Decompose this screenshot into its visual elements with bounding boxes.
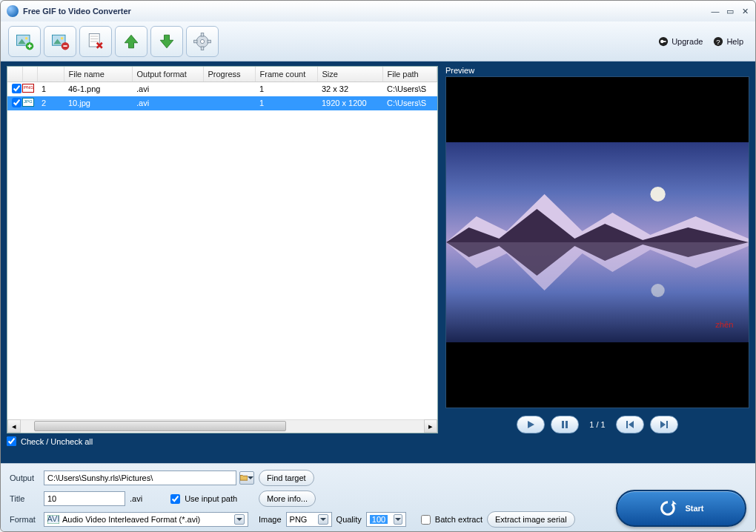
format-label: Format (10, 515, 44, 524)
row-progress (203, 82, 255, 96)
format-dropdown[interactable]: AVI Audio Video Interleaved Format (*.av… (44, 512, 248, 527)
use-input-path-checkbox[interactable] (170, 494, 180, 504)
table-row[interactable]: 2 10.jpg .avi 1 1920 x 1200 C:\Users\S (7, 96, 437, 110)
file-list-panel: File name Output format Progress Frame c… (7, 66, 438, 433)
batch-extract-checkbox[interactable] (421, 515, 431, 525)
clear-list-button[interactable] (79, 26, 112, 57)
output-label: Output (10, 473, 44, 482)
col-progress[interactable]: Progress (203, 67, 255, 82)
help-link[interactable]: ? Help (713, 36, 743, 47)
row-frames: 1 (255, 82, 317, 96)
col-filename[interactable]: File name (64, 67, 132, 82)
scrollbar-thumb[interactable] (34, 421, 286, 431)
title-label: Title (10, 494, 44, 503)
svg-rect-14 (201, 47, 204, 50)
row-frames: 1 (255, 96, 317, 110)
start-button[interactable]: Start (616, 490, 746, 527)
col-output-format[interactable]: Output format (132, 67, 203, 82)
minimize-button[interactable]: — (711, 7, 720, 16)
row-format: .avi (132, 96, 203, 110)
svg-rect-34 (626, 421, 628, 428)
svg-text:AVI: AVI (47, 515, 59, 523)
play-button[interactable] (517, 416, 545, 433)
title-input[interactable] (44, 491, 125, 506)
close-button[interactable]: ✕ (740, 7, 749, 16)
upgrade-label: Upgrade (672, 37, 703, 46)
col-frame-count[interactable]: Frame count (255, 67, 317, 82)
check-all-checkbox[interactable] (7, 436, 16, 446)
svg-point-24 (650, 187, 665, 202)
add-file-icon (14, 31, 35, 52)
chevron-down-icon (318, 514, 328, 525)
row-filename: 10.jpg (64, 96, 132, 110)
format-value: Audio Video Interleaved Format (*.avi) (62, 515, 231, 524)
quality-value: 100 (370, 515, 388, 524)
row-index: 1 (37, 82, 64, 96)
use-input-path-label: Use input path (185, 494, 237, 503)
scroll-right-arrow[interactable]: ▸ (424, 419, 437, 433)
svg-rect-13 (201, 33, 204, 36)
svg-rect-15 (194, 40, 197, 43)
avi-icon: AVI (47, 515, 59, 524)
image-format-dropdown[interactable]: PNG (286, 512, 332, 527)
help-icon: ? (713, 36, 723, 47)
col-file-path[interactable]: File path (382, 67, 437, 82)
row-checkbox[interactable] (12, 98, 21, 107)
prev-frame-button[interactable] (616, 416, 644, 433)
preview-frame: zhēn (445, 76, 749, 408)
move-down-button[interactable] (150, 26, 183, 57)
upgrade-link[interactable]: Upgrade (658, 36, 703, 47)
svg-rect-19 (663, 41, 666, 42)
svg-point-18 (660, 39, 663, 42)
chevron-down-icon (234, 514, 245, 525)
svg-rect-33 (566, 421, 568, 428)
row-format: .avi (132, 82, 203, 96)
start-label: Start (685, 504, 703, 513)
title-extension: .avi (130, 494, 142, 503)
remove-file-button[interactable] (44, 26, 76, 57)
svg-marker-40 (673, 500, 677, 504)
row-path: C:\Users\S (382, 96, 437, 110)
frame-counter: 1 / 1 (589, 420, 605, 429)
add-file-button[interactable] (8, 26, 41, 57)
svg-rect-32 (562, 421, 564, 428)
extract-image-serial-button[interactable]: Extract image serial (487, 511, 575, 528)
row-path: C:\Users\S (382, 82, 437, 96)
png-icon (22, 84, 34, 93)
remove-file-icon (50, 31, 70, 52)
preview-image: zhēn (446, 142, 749, 342)
find-target-button[interactable]: Find target (259, 470, 314, 486)
horizontal-scrollbar[interactable]: ◂ ▸ (7, 419, 437, 433)
check-all-label: Check / Uncheck all (21, 437, 93, 446)
table-row[interactable]: 1 46-1.png .avi 1 32 x 32 C:\Users\S (7, 82, 437, 96)
window-title: Free GIF to Video Converter (23, 7, 711, 16)
quality-dropdown[interactable]: 100 (366, 512, 406, 527)
image-label: Image (259, 515, 282, 524)
move-up-button[interactable] (115, 26, 147, 57)
next-frame-button[interactable] (650, 416, 678, 433)
row-checkbox[interactable] (12, 84, 21, 93)
svg-marker-10 (160, 35, 173, 48)
upgrade-icon (658, 36, 669, 47)
svg-marker-35 (629, 421, 634, 428)
move-up-icon (121, 31, 142, 52)
col-size[interactable]: Size (317, 67, 382, 82)
image-value: PNG (290, 515, 308, 524)
maximize-button[interactable]: ▭ (726, 7, 735, 16)
preview-label: Preview (445, 66, 749, 75)
svg-marker-9 (125, 35, 138, 48)
browse-folder-button[interactable] (239, 471, 254, 485)
pause-button[interactable] (551, 416, 579, 433)
svg-rect-36 (666, 421, 668, 428)
row-progress (203, 96, 255, 110)
output-path-input[interactable] (44, 471, 236, 485)
app-icon (7, 5, 19, 17)
batch-extract-label: Batch extract (435, 515, 483, 524)
svg-point-2 (25, 36, 28, 39)
svg-point-12 (200, 39, 204, 43)
chevron-down-icon (394, 514, 402, 525)
quality-label: Quality (336, 515, 362, 524)
scroll-left-arrow[interactable]: ◂ (7, 419, 21, 433)
more-info-button[interactable]: More info... (259, 491, 316, 507)
settings-button[interactable] (186, 26, 219, 57)
